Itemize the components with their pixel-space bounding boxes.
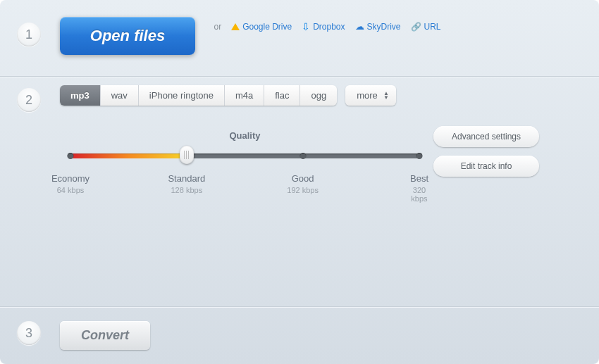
more-formats-button[interactable]: more ▲▼ <box>345 85 396 106</box>
quality-level-name: Economy <box>51 173 89 184</box>
quality-level-name: Good <box>287 173 319 184</box>
google-drive-icon <box>231 23 240 30</box>
slider-handle[interactable] <box>180 146 194 164</box>
step-3-badge: 3 <box>17 321 41 345</box>
format-tabs: mp3waviPhone ringtonem4aflacogg <box>60 85 337 106</box>
convert-button[interactable]: Convert <box>60 321 150 350</box>
app-container: 1 Open files or Google Drive ⇩ Dropbox ☁… <box>0 0 599 364</box>
step-2-section: 2 mp3waviPhone ringtonem4aflacogg more ▲… <box>0 76 599 228</box>
format-row: mp3waviPhone ringtonem4aflacogg more ▲▼ <box>60 85 599 106</box>
quality-level-name: Standard <box>168 173 205 184</box>
google-drive-label: Google Drive <box>242 22 292 32</box>
google-drive-link[interactable]: Google Drive <box>231 22 292 32</box>
quality-level-standard: Standard128 kbps <box>168 173 205 194</box>
format-tab-iphone-ringtone[interactable]: iPhone ringtone <box>139 85 225 106</box>
format-tab-ogg[interactable]: ogg <box>300 85 337 106</box>
quality-level-best: Best320 kbps <box>410 173 428 203</box>
step-2-badge: 2 <box>17 88 41 112</box>
quality-labels: Economy64 kbpsStandard128 kbpsGood192 kb… <box>70 173 419 200</box>
url-label: URL <box>424 22 441 32</box>
url-icon: 🔗 <box>411 22 421 32</box>
step-1-badge: 1 <box>17 23 41 46</box>
or-label: or <box>214 22 221 32</box>
quality-level-economy: Economy64 kbps <box>51 173 89 194</box>
format-tab-m4a[interactable]: m4a <box>225 85 264 106</box>
quality-level-rate: 320 kbps <box>410 186 428 203</box>
dropbox-link[interactable]: ⇩ Dropbox <box>302 21 345 32</box>
quality-title: Quality <box>70 130 419 141</box>
more-label: more <box>357 90 378 101</box>
quality-block: Quality Economy64 kbpsStandard128 kbpsGo… <box>70 130 419 200</box>
format-tab-wav[interactable]: wav <box>101 85 139 106</box>
step-1-section: 1 Open files or Google Drive ⇩ Dropbox ☁… <box>0 0 599 76</box>
quality-level-rate: 128 kbps <box>168 186 205 194</box>
format-tab-flac[interactable]: flac <box>264 85 300 106</box>
side-buttons: Advanced settings Edit track info <box>433 126 539 177</box>
quality-level-name: Best <box>410 173 428 184</box>
dropbox-label: Dropbox <box>313 22 345 32</box>
chevron-updown-icon: ▲▼ <box>383 92 389 100</box>
url-link[interactable]: 🔗 URL <box>411 22 441 32</box>
skydrive-label: SkyDrive <box>367 22 401 32</box>
slider-tick-3 <box>416 153 423 159</box>
format-tab-mp3[interactable]: mp3 <box>60 85 101 106</box>
quality-level-rate: 64 kbps <box>51 186 89 194</box>
quality-level-rate: 192 kbps <box>287 186 319 194</box>
slider-tick-2 <box>300 153 306 159</box>
dropbox-icon: ⇩ <box>302 21 310 32</box>
skydrive-link[interactable]: ☁ SkyDrive <box>355 21 401 32</box>
quality-slider[interactable] <box>70 149 419 163</box>
edit-track-info-button[interactable]: Edit track info <box>433 156 539 177</box>
step-3-section: 3 Convert <box>0 306 599 364</box>
quality-level-good: Good192 kbps <box>287 173 319 194</box>
advanced-settings-button[interactable]: Advanced settings <box>433 126 539 147</box>
sources-row: or Google Drive ⇩ Dropbox ☁ SkyDrive 🔗 U… <box>214 21 440 32</box>
skydrive-icon: ☁ <box>355 21 364 32</box>
slider-tick-0 <box>68 153 74 159</box>
slider-fill <box>70 153 187 158</box>
open-files-button[interactable]: Open files <box>60 17 195 55</box>
